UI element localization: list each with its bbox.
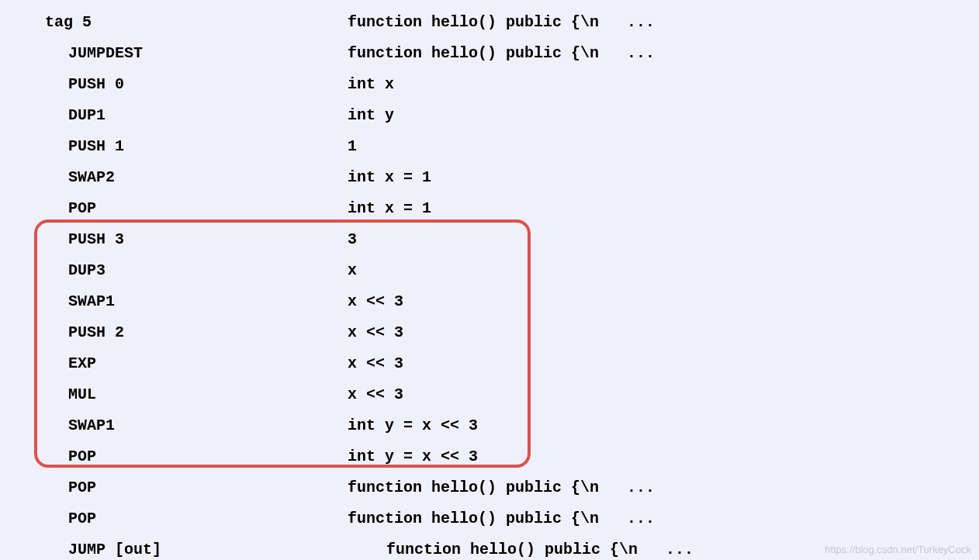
code-row: POPfunction hello() public {\n ... <box>6 472 973 503</box>
code-row: SWAP1int y = x << 3 <box>6 410 973 441</box>
source-cell: int x = 1 <box>348 199 973 217</box>
code-row: PUSH 33 <box>6 223 973 254</box>
code-row: JUMPDESTfunction hello() public {\n ... <box>6 37 973 68</box>
opcode-cell: DUP3 <box>6 261 348 279</box>
source-cell: x << 3 <box>348 292 973 310</box>
opcode-cell: POP <box>6 479 348 496</box>
code-row: POPfunction hello() public {\n ... <box>6 503 973 534</box>
code-row: SWAP1x << 3 <box>6 285 973 316</box>
opcode-cell: SWAP1 <box>6 417 348 434</box>
opcode-cell: POP <box>6 510 348 527</box>
code-row: PUSH 11 <box>6 130 973 161</box>
source-cell: x << 3 <box>348 354 973 372</box>
source-cell: function hello() public {\n ... <box>348 44 973 62</box>
opcode-cell: tag 5 <box>6 13 348 31</box>
opcode-cell: PUSH 3 <box>6 230 348 248</box>
code-row: EXPx << 3 <box>6 347 973 379</box>
opcode-cell: PUSH 2 <box>6 323 348 341</box>
source-cell: x << 3 <box>348 323 973 341</box>
code-row: POPint x = 1 <box>6 192 973 223</box>
code-row: DUP1int y <box>6 99 973 130</box>
opcode-cell: DUP1 <box>6 106 348 124</box>
source-cell: 1 <box>348 137 973 155</box>
source-cell: int y = x << 3 <box>348 417 973 434</box>
source-cell: 3 <box>348 230 973 248</box>
opcode-cell: JUMP [out] <box>6 541 348 558</box>
source-cell: x << 3 <box>348 385 973 403</box>
opcode-cell: SWAP1 <box>6 292 348 310</box>
code-row: MULx << 3 <box>6 379 973 410</box>
source-cell: x <box>348 261 973 279</box>
source-cell: function hello() public {\n ... <box>348 510 973 527</box>
opcode-cell: PUSH 0 <box>6 75 348 93</box>
source-cell: function hello() public {\n ... <box>348 479 973 496</box>
watermark-text: https://blog.csdn.net/TurkeyCock <box>825 544 971 555</box>
code-row: PUSH 0int x <box>6 68 973 99</box>
opcode-cell: POP <box>6 448 348 465</box>
opcode-cell: JUMPDEST <box>6 44 348 62</box>
source-cell: int y = x << 3 <box>348 448 973 465</box>
code-row: SWAP2int x = 1 <box>6 161 973 192</box>
source-cell: int x = 1 <box>348 168 973 186</box>
code-row: tag 5function hello() public {\n ... <box>6 6 973 37</box>
source-cell: function hello() public {\n ... <box>348 13 973 31</box>
code-row: DUP3x <box>6 254 973 285</box>
code-row: POPint y = x << 3 <box>6 441 973 472</box>
source-cell: int x <box>348 75 973 93</box>
opcode-cell: EXP <box>6 354 348 372</box>
source-cell: int y <box>348 106 973 124</box>
opcode-cell: PUSH 1 <box>6 137 348 155</box>
opcode-cell: MUL <box>6 385 348 403</box>
opcode-cell: SWAP2 <box>6 168 348 186</box>
code-row: PUSH 2x << 3 <box>6 316 973 347</box>
opcode-listing: tag 5function hello() public {\n ...JUMP… <box>6 6 973 560</box>
opcode-cell: POP <box>6 199 348 217</box>
